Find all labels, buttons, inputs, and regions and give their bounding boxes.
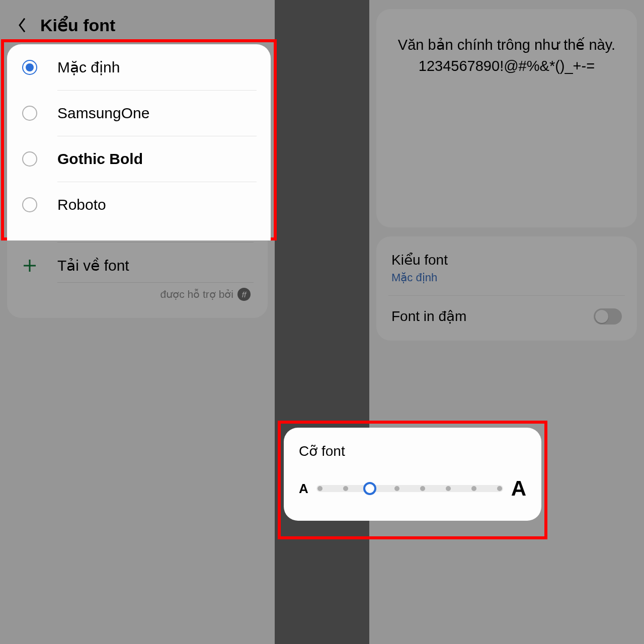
font-list: Mặc địnhSamsungOneGothic BoldRoboto xyxy=(7,44,271,240)
download-fonts-label: Tải về font xyxy=(57,257,129,274)
font-option-gothic-bold[interactable]: Gothic Bold xyxy=(7,136,271,182)
font-size-slider[interactable]: A A xyxy=(299,476,526,501)
font-preview-card: Văn bản chính trông như thế này. 1234567… xyxy=(376,9,637,227)
font-size-card: Cỡ font A A xyxy=(284,428,541,521)
font-style-card: Kiểu font Mặc định Font in đậm xyxy=(376,236,637,341)
size-min-icon: A xyxy=(299,481,308,497)
font-option-label: SamsungOne xyxy=(57,105,149,122)
radio-icon[interactable] xyxy=(22,197,37,212)
size-max-icon: A xyxy=(511,476,526,501)
page-title: Kiểu font xyxy=(40,15,115,35)
font-option-label: Roboto xyxy=(57,196,106,213)
font-style-value: Mặc định xyxy=(391,271,622,284)
font-style-label: Kiểu font xyxy=(391,252,622,268)
font-size-title: Cỡ font xyxy=(299,443,526,459)
slider-tick xyxy=(343,486,348,491)
slider-tick xyxy=(420,486,425,491)
font-option-label: Gothic Bold xyxy=(57,150,143,168)
supported-by: được hỗ trợ bởi ff xyxy=(7,283,268,311)
font-style-row[interactable]: Kiểu font Mặc định xyxy=(376,240,637,295)
back-icon[interactable] xyxy=(17,15,31,35)
download-fonts-row[interactable]: Tải về font xyxy=(7,243,268,282)
radio-icon[interactable] xyxy=(22,151,37,167)
radio-icon[interactable] xyxy=(22,60,37,75)
slider-tick xyxy=(497,486,502,491)
slider-track[interactable] xyxy=(316,485,503,492)
bold-font-label: Font in đậm xyxy=(391,308,466,325)
preview-text-line2: 1234567890!@#%&*()_+-= xyxy=(388,55,625,76)
slider-thumb[interactable] xyxy=(363,482,376,495)
slider-tick xyxy=(446,486,451,491)
slider-tick xyxy=(471,486,476,491)
radio-icon[interactable] xyxy=(22,106,37,121)
supported-by-text: được hỗ trợ bởi xyxy=(160,288,233,300)
flipfont-badge-icon: ff xyxy=(237,288,251,301)
slider-tick xyxy=(394,486,399,491)
font-option-label: Mặc định xyxy=(57,58,120,76)
bold-font-toggle[interactable] xyxy=(594,308,622,325)
preview-text-line1: Văn bản chính trông như thế này. xyxy=(388,34,625,55)
bold-font-row[interactable]: Font in đậm xyxy=(376,296,637,337)
slider-tick xyxy=(317,486,323,491)
plus-icon xyxy=(22,258,37,273)
font-option-samsungone[interactable]: SamsungOne xyxy=(7,91,271,136)
font-option-roboto[interactable]: Roboto xyxy=(7,182,271,227)
font-settings-screen: Văn bản chính trông như thế này. 1234567… xyxy=(369,0,644,644)
font-option-mặc-định[interactable]: Mặc định xyxy=(7,44,271,90)
